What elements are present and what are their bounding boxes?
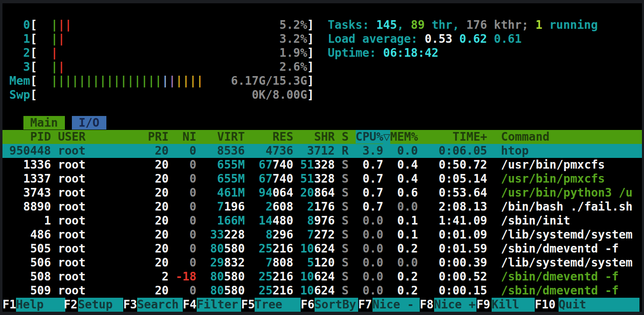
cell-mem-number: 580 bbox=[224, 242, 245, 255]
meter-bar: | bbox=[51, 32, 58, 46]
cell-cpu: 0.7 bbox=[349, 186, 383, 199]
cpu-meter-3: 3[ || 2.6%] bbox=[2, 60, 314, 74]
cell-mem-number: 33 bbox=[196, 228, 224, 241]
load-average-part: Load average: bbox=[328, 32, 425, 46]
cell-mem-number: 2 bbox=[293, 200, 314, 213]
fkey-f5-label[interactable]: Tree bbox=[255, 298, 301, 312]
process-row-3743[interactable]: 3743 root 20 0 461M 94064 20864 S 0.7 0.… bbox=[2, 186, 632, 200]
meter-bracket-close: ] bbox=[307, 88, 314, 102]
meter-bar: | bbox=[58, 18, 65, 32]
cell-mem-number: 740 bbox=[273, 158, 294, 171]
meter-bar: | bbox=[148, 74, 155, 88]
meter-label: Mem bbox=[2, 74, 30, 88]
meter-bracket-open: [ bbox=[30, 32, 37, 46]
column-header-pid[interactable]: PID bbox=[30, 130, 51, 144]
header-pad bbox=[196, 130, 217, 144]
header-pad bbox=[293, 130, 314, 144]
fkey-f3[interactable]: F3 bbox=[123, 298, 137, 312]
fkey-f2-label[interactable]: Setup bbox=[78, 298, 123, 312]
process-row-1336[interactable]: 1336 root 20 0 655M 67740 51328 S 0.7 0.… bbox=[2, 158, 605, 172]
cell-pri: 20 bbox=[120, 256, 169, 269]
process-row-1337[interactable]: 1337 root 20 0 655M 67740 51328 S 0.7 0.… bbox=[2, 172, 605, 186]
column-header-ni[interactable]: NI bbox=[182, 130, 196, 144]
meter-value: 2.6% bbox=[279, 60, 307, 74]
column-header-mem[interactable]: MEM% bbox=[390, 130, 418, 144]
cell-user: root bbox=[58, 214, 120, 227]
process-row-508[interactable]: 508 root 2 -18 80580 25216 10624 S 0.0 0… bbox=[2, 270, 619, 284]
fkey-f10-label[interactable]: Quit bbox=[559, 298, 639, 312]
cell-mem-number: 216 bbox=[273, 242, 294, 255]
cell-mem-number: 4736 bbox=[245, 144, 293, 158]
cell-gap bbox=[51, 228, 58, 241]
column-header-shr[interactable]: SHR bbox=[314, 130, 335, 144]
process-row-8890[interactable]: 8890 root 20 0 7196 2608 2176 S 0.7 0.0 … bbox=[2, 200, 632, 214]
cell-gap bbox=[487, 158, 501, 171]
cell-pid: 1337 bbox=[2, 172, 51, 185]
cell-mem-number: 272 bbox=[314, 228, 335, 241]
meter-gap bbox=[37, 60, 51, 74]
fkey-f4[interactable]: F4 bbox=[183, 298, 197, 312]
cell-mem-number: 80 bbox=[196, 270, 224, 283]
cell-mem-number: 166M bbox=[196, 214, 245, 227]
cell-mem: 0.1 bbox=[383, 214, 418, 227]
cell-pri: 20 bbox=[120, 228, 169, 241]
fkey-f4-label[interactable]: Filter bbox=[197, 298, 241, 312]
tasks-summary-part: ; bbox=[522, 18, 536, 32]
meter-bar: | bbox=[51, 46, 58, 60]
fkey-f1-label[interactable]: Help bbox=[16, 298, 65, 312]
cell-gap bbox=[487, 186, 501, 199]
column-header-user[interactable]: USER bbox=[58, 130, 85, 144]
column-header-time[interactable]: TIME+ bbox=[453, 130, 487, 144]
column-header-res[interactable]: RES bbox=[273, 130, 294, 144]
fkey-f1[interactable]: F1 bbox=[2, 298, 16, 312]
process-row-509[interactable]: 509 root 20 0 80580 25216 10624 S 0.0 0.… bbox=[2, 284, 619, 298]
fkey-f9-label[interactable]: Kill bbox=[492, 298, 535, 312]
tab-main[interactable]: Main bbox=[23, 116, 65, 130]
memory-meter: Mem[ |||||||||||||||||||||| 6.17G/15.3G] bbox=[2, 74, 314, 88]
tab-io[interactable]: I/O bbox=[72, 116, 106, 130]
meter-bracket-close: ] bbox=[307, 60, 314, 74]
process-row-1[interactable]: 1 root 20 0 166M 14480 8976 S 0.0 0.1 1:… bbox=[2, 214, 570, 228]
fkey-f2[interactable]: F2 bbox=[64, 298, 78, 312]
fkey-f10[interactable]: F10 bbox=[535, 298, 559, 312]
cell-user: root bbox=[58, 158, 120, 171]
cell-command: /usr/bin/python3 /u bbox=[501, 186, 632, 199]
column-header-virt[interactable]: VIRT bbox=[217, 130, 245, 144]
fkey-f3-label[interactable]: Search bbox=[137, 298, 183, 312]
meter-bar: | bbox=[51, 60, 58, 74]
column-header-s[interactable]: S bbox=[342, 130, 349, 144]
process-row-486[interactable]: 486 root 20 0 33228 8296 7272 S 0.0 0.1 … bbox=[2, 228, 632, 242]
cell-mem-number: 25 bbox=[245, 270, 272, 283]
column-header-command[interactable]: Command bbox=[501, 130, 550, 144]
meter-bar: | bbox=[162, 74, 169, 88]
meter-gap bbox=[37, 32, 51, 46]
fkey-f6[interactable]: F6 bbox=[301, 298, 315, 312]
fkey-f5[interactable]: F5 bbox=[241, 298, 255, 312]
fkey-f7-label[interactable]: Nice - bbox=[373, 298, 420, 312]
cell-mem-number: 7 bbox=[293, 228, 314, 241]
column-header-cpu-sorted[interactable]: CPU% bbox=[356, 130, 383, 144]
process-row-950448[interactable]: 950448 root 20 0 8536 4736 3712 R 3.9 0.… bbox=[2, 144, 529, 158]
process-row-506[interactable]: 506 root 20 0 29832 7808 5120 S 0.0 0.0 … bbox=[2, 256, 632, 270]
cpu-meter-2: 2[ | 1.9%] bbox=[2, 46, 314, 60]
column-header-pri[interactable]: PRI bbox=[148, 130, 169, 144]
fkey-f9[interactable]: F9 bbox=[476, 298, 492, 312]
cell-gap bbox=[51, 242, 58, 255]
meter-value: 3.2% bbox=[279, 32, 307, 46]
cell-mem-number: 216 bbox=[273, 284, 294, 297]
fkey-f6-label[interactable]: SortBy bbox=[315, 298, 358, 312]
fkey-f8[interactable]: F8 bbox=[420, 298, 434, 312]
cell-time: 1:41.09 bbox=[418, 214, 488, 227]
meter-bar: | bbox=[99, 74, 106, 88]
cell-mem-number: 10 bbox=[293, 284, 314, 297]
fkey-f8-label[interactable]: Nice + bbox=[434, 298, 476, 312]
meter-pad bbox=[65, 60, 280, 74]
process-row-505[interactable]: 505 root 20 0 80580 25216 10624 S 0.0 0.… bbox=[2, 242, 619, 256]
cell-mem-number: 480 bbox=[273, 214, 294, 227]
fkey-f7[interactable]: F7 bbox=[358, 298, 373, 312]
cell-mem: 0.4 bbox=[383, 158, 418, 171]
cell-mem-number: 80 bbox=[196, 284, 224, 297]
cell-gap bbox=[487, 214, 501, 227]
cell-pid: 509 bbox=[2, 284, 51, 297]
cell-gap bbox=[51, 270, 58, 283]
